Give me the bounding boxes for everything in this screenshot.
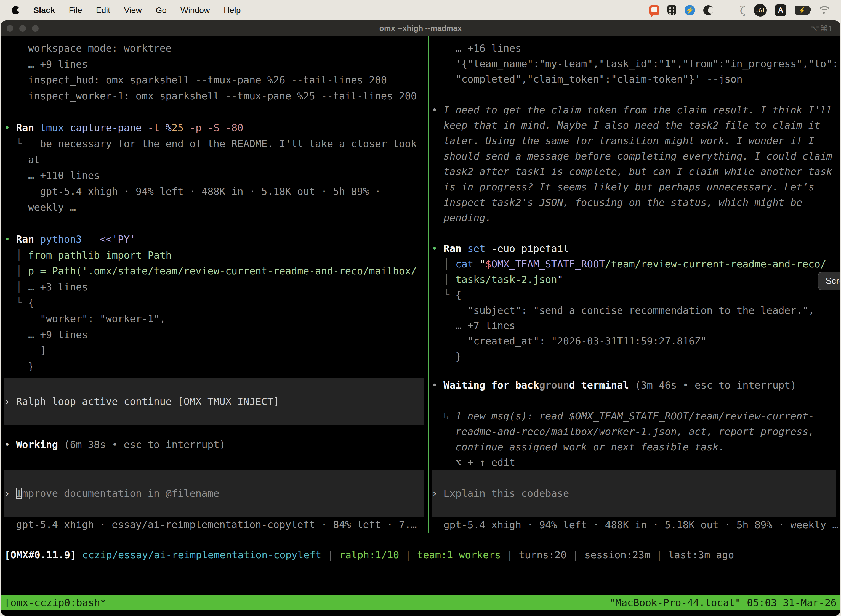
battery-icon[interactable]: ⚡ [795,6,810,15]
terminal-line: is in progress? It seems likely but perh… [432,179,840,195]
prompt-input[interactable]: › Explain this codebase [432,470,836,517]
moon-toggle-icon[interactable] [703,5,713,15]
text-segment: Working [16,439,64,450]
text-segment: team:1 workers [417,549,507,560]
text-segment: last:3m ago [668,549,734,560]
menu-view[interactable]: View [117,6,148,15]
text-segment: │ [4,249,28,261]
text-segment [432,426,456,437]
text-segment: • [4,122,16,133]
text-segment: … +9 lines [4,59,88,70]
text-segment: │ [4,265,28,277]
right-pane[interactable]: … +16 lines '{"team_name":"my-team","tas… [429,37,841,532]
apple-menu-icon[interactable] [12,6,19,14]
pane-bottom-border [0,532,841,534]
text-segment: … +3 lines [28,281,88,293]
blue-app-icon[interactable]: ⚡ [684,5,695,15]
wifi-icon[interactable] [818,6,830,15]
text-segment: inspect task2's JSON, focusing on the st… [443,197,802,208]
text-segment: └ [4,297,28,308]
terminal-line: ] [4,343,428,358]
window-title-bar[interactable]: omx --xhigh --madmax ⌥⌘1 [0,21,841,37]
text-segment: └ [432,289,456,301]
text-segment: │ [4,281,28,293]
text-segment: " [557,274,563,285]
text-segment: (6m 38s • esc to interrupt) [64,439,226,450]
menu-go[interactable]: Go [149,6,174,15]
text-segment: OMX_TEAM_STATE_ROOT [491,258,605,270]
menu-window[interactable]: Window [174,6,217,15]
terminal-line: • Ran tmux capture-pane -t %25 -p -S -80 [4,120,428,136]
text-segment [432,197,443,208]
text-segment: mprove documentation in @filename [22,488,219,499]
text-segment: | [507,549,519,560]
text-segment: tasks/task-2.json [456,274,557,285]
text-segment: › [4,488,16,499]
text-segment: Ran [16,233,40,245]
omx-status-line: [OMX#0.11.9] cczip/essay/ai-reimplementa… [4,547,734,563]
text-segment: from pathlib import Path [28,249,171,261]
menu-help[interactable]: Help [217,6,248,15]
text-segment: "created_at": "2026-03-31T11:59:27.816Z" [432,335,707,347]
shield-icon[interactable] [667,5,676,15]
text-segment: keep that in mind. Maybe I also need the… [443,119,820,131]
text-segment: │ [432,258,456,270]
text-segment: | [573,549,585,560]
text-segment: 1 new msg(s): read $OMX_TEAM_STATE_ROOT/… [456,411,814,422]
terminal-line: } [432,349,840,364]
text-segment: "subject": "send a concise recommendatio… [432,305,814,316]
text-segment: ↳ [432,411,456,422]
menu-slack[interactable]: Slack [26,6,62,15]
terminal-line: • Ran python3 - <<'PY' [4,231,428,247]
text-segment: 25 [171,122,189,133]
text-segment: ⌥ + ↑ edit [432,457,515,468]
spacer [432,225,840,241]
terminal-line: • Waiting for background terminal (3m 46… [432,377,840,393]
terminal-line: … +9 lines [4,56,428,72]
terminal-line: "created_at": "2026-03-31T11:59:27.816Z" [432,333,840,349]
text-segment: gpt-5.4 xhigh · 94% left · 488K in · 5.1… [4,186,381,197]
prompt-input[interactable]: › Improve documentation in @filename [4,470,424,517]
spacer [4,215,428,231]
menu-file[interactable]: File [62,6,89,15]
a-app-icon[interactable]: A [775,4,786,16]
grid-dots-icon[interactable] [722,5,731,15]
left-pane[interactable]: workspace_mode: worktree … +9 lines insp… [1,37,428,532]
text-segment: python3 [40,233,88,245]
text-segment: "worker": "worker-1", [4,313,166,324]
prompt-input-line[interactable]: › Improve documentation in @filename [4,485,424,502]
text-segment: } [4,361,34,372]
spacer [4,104,428,120]
text-segment: … +110 lines [4,170,100,181]
text-segment: … +9 lines [4,329,88,340]
battery-percent-badge[interactable]: ..61 [754,4,766,16]
text-segment: • [432,243,443,254]
terminal-line: readme-and-reco/mailbox/worker-1.json, a… [432,424,840,439]
terminal-line: • Ran set -euo pipefail [432,241,840,256]
menu-edit[interactable]: Edit [89,6,117,15]
text-segment [432,166,443,177]
text-segment: capture-pane [70,122,148,133]
text-segment: gpt-5.4 xhigh · 94% left · 488K in · 5.1… [432,519,838,531]
squiggle-icon[interactable]: ζ [740,4,746,16]
text-segment: -t [148,122,166,133]
prompt-input-line[interactable]: › Explain this codebase [432,485,836,502]
text-segment: be necessary for the end of the README. … [40,138,417,149]
text-segment: continue assigned work or next feasible … [456,441,725,453]
pane-bottom-group: › Improve documentation in @filename gpt… [4,470,428,532]
text-segment: p = Path('.omx/state/team/review-current… [28,265,417,277]
spacer [4,425,428,437]
text-segment: "completed","claim_token":"claim-token"}… [432,73,743,85]
chat-app-icon[interactable] [649,5,659,15]
text-segment: $ [485,258,491,270]
terminal-line: "completed","claim_token":"claim-token"}… [432,71,840,87]
terminal-line: continue assigned work or next feasible … [432,439,840,455]
text-segment: (3m 46s • esc to interrupt) [635,380,796,391]
text-segment: d terminal [569,380,635,391]
notice-band: › Ralph loop active continue [OMX_TMUX_I… [4,378,424,425]
terminal-line: at [4,152,428,168]
menu-bar: SlackFileEditViewGoWindowHelp ⚡ ζ ..61 A… [0,0,841,21]
terminal-window: omx --xhigh --madmax ⌥⌘1 workspace_mode:… [0,21,841,616]
screen-tooltip[interactable]: Scre [818,272,841,290]
text-segment: Ran [443,243,467,254]
